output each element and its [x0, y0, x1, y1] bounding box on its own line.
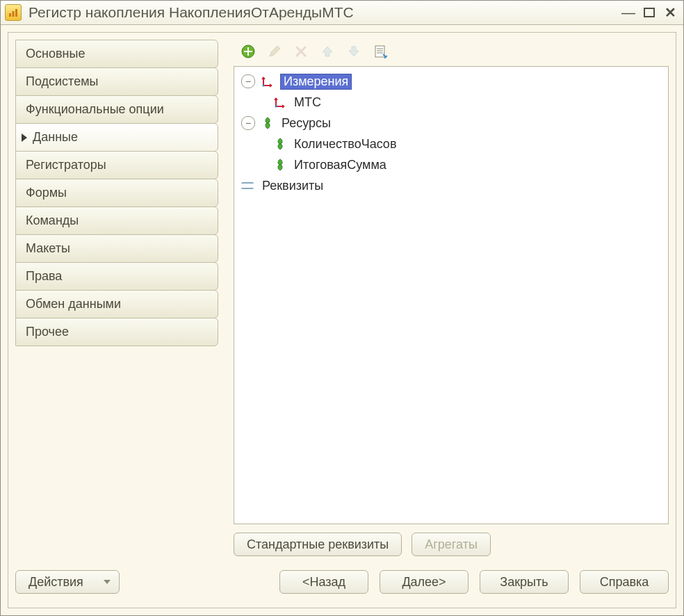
tab-registratory[interactable]: Регистраторы: [15, 151, 218, 179]
tab-podsistemy[interactable]: Подсистемы: [15, 67, 218, 96]
up-arrow-icon: [318, 42, 336, 60]
tab-prava[interactable]: Права: [15, 262, 218, 291]
tree-node-resources[interactable]: − Ресурсы: [234, 113, 668, 133]
aggregates-button: Агрегаты: [412, 533, 491, 556]
svg-rect-3: [644, 8, 654, 17]
titlebar: Регистр накопления НакопленияОтАрендыМТС…: [1, 1, 683, 25]
tab-label: Подсистемы: [26, 74, 98, 89]
window-title: Регистр накопления НакопленияОтАрендыМТС: [28, 4, 617, 21]
tab-label: Прочее: [26, 325, 69, 339]
footer: Действия <Назад Далее> Закрыть Справка: [15, 556, 669, 601]
tree-node-dimensions[interactable]: − Измерения: [234, 71, 668, 92]
tree-node-mtc[interactable]: МТС: [234, 92, 668, 113]
close-dialog-button[interactable]: Закрыть: [480, 570, 569, 594]
svg-rect-2: [15, 9, 17, 17]
button-label: Закрыть: [500, 575, 548, 590]
tab-label: Обмен данными: [26, 297, 121, 311]
down-arrow-icon: [345, 42, 363, 60]
app-icon: [5, 4, 22, 21]
toolbar: [234, 40, 669, 63]
edit-icon: [266, 42, 284, 60]
main-panel: − Измерения МТС: [234, 40, 669, 556]
dimension-folder-icon: [261, 74, 275, 88]
tree-label: Ресурсы: [280, 116, 332, 131]
resource-folder-icon: [261, 116, 275, 130]
tab-label: Данные: [33, 130, 78, 145]
tree-label: КоличествоЧасов: [293, 137, 398, 152]
add-icon[interactable]: [239, 42, 257, 60]
tab-label: Регистраторы: [26, 158, 106, 172]
button-label: Справка: [600, 575, 649, 590]
tab-label: Макеты: [26, 241, 70, 256]
tab-label: Функциональные опции: [26, 102, 164, 117]
tree-node-total[interactable]: ИтоговаяСумма: [234, 154, 668, 175]
collapse-icon[interactable]: −: [241, 74, 255, 88]
chevron-down-icon: [104, 580, 111, 584]
tab-formy[interactable]: Формы: [15, 179, 218, 207]
tab-osnovnye[interactable]: Основные: [15, 40, 218, 68]
window: Регистр накопления НакопленияОтАрендыМТС…: [0, 0, 684, 616]
button-label: Действия: [28, 575, 83, 590]
tab-komandy[interactable]: Команды: [15, 206, 218, 235]
tab-func-options[interactable]: Функциональные опции: [15, 95, 218, 124]
standard-attributes-button[interactable]: Стандартные реквизиты: [234, 533, 402, 556]
minimize-button[interactable]: —: [619, 5, 637, 20]
tree-node-attributes[interactable]: Реквизиты: [234, 175, 668, 196]
svg-rect-6: [244, 51, 252, 52]
delete-icon: [292, 42, 310, 60]
tab-label: Основные: [26, 47, 85, 61]
button-label: Агрегаты: [425, 537, 478, 552]
tree-node-hours[interactable]: КоличествоЧасов: [234, 133, 668, 154]
next-button[interactable]: Далее>: [380, 570, 469, 594]
tree-view[interactable]: − Измерения МТС: [234, 66, 669, 524]
resource-icon: [273, 158, 287, 172]
tree-label: ИтоговаяСумма: [293, 158, 388, 172]
back-button[interactable]: <Назад: [279, 570, 368, 594]
tab-label: Команды: [26, 213, 79, 228]
svg-point-12: [275, 105, 277, 107]
content-frame: Основные Подсистемы Функциональные опции…: [8, 32, 676, 608]
tab-label: Права: [26, 269, 62, 284]
button-label: <Назад: [302, 575, 345, 590]
tree-label: Реквизиты: [261, 179, 325, 193]
properties-icon[interactable]: [371, 42, 389, 60]
button-label: Стандартные реквизиты: [247, 537, 389, 552]
body: Основные Подсистемы Функциональные опции…: [15, 40, 669, 556]
maximize-button[interactable]: [640, 5, 658, 20]
tab-dannye[interactable]: Данные: [15, 123, 218, 152]
button-label: Далее>: [402, 575, 446, 590]
under-tree-buttons: Стандартные реквизиты Агрегаты: [234, 533, 669, 556]
nav-sidebar: Основные Подсистемы Функциональные опции…: [15, 40, 218, 556]
svg-rect-0: [9, 13, 11, 17]
svg-rect-1: [13, 11, 15, 17]
actions-dropdown[interactable]: Действия: [15, 570, 120, 594]
tree-label: МТС: [293, 95, 323, 110]
tab-label: Формы: [26, 186, 67, 200]
dimension-icon: [273, 95, 287, 109]
tab-prochee[interactable]: Прочее: [15, 318, 218, 346]
collapse-icon[interactable]: −: [241, 116, 255, 130]
svg-point-11: [262, 84, 264, 86]
help-button[interactable]: Справка: [580, 570, 669, 594]
tree-label: Измерения: [280, 74, 352, 90]
attributes-marker-icon: [241, 182, 254, 189]
tab-obmen[interactable]: Обмен данными: [15, 290, 218, 318]
close-button[interactable]: ✕: [661, 5, 679, 20]
tab-makety[interactable]: Макеты: [15, 234, 218, 263]
resource-icon: [273, 137, 287, 151]
svg-rect-7: [375, 46, 384, 57]
